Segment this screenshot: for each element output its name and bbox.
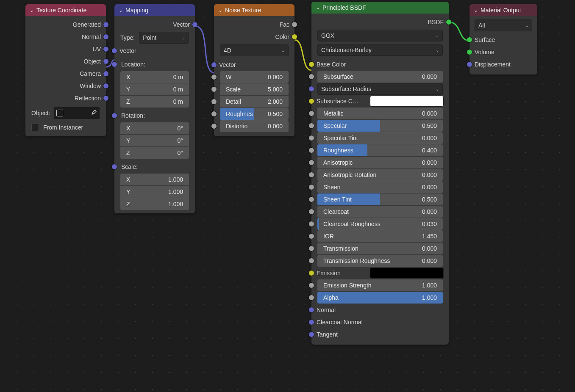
node-texture-coordinate[interactable]: ⌄ Texture Coordinate Generated Normal UV… — [25, 4, 106, 136]
scale-z[interactable]: Z1.000 — [120, 198, 189, 210]
node-material-output[interactable]: ⌄ Material Output All⌄ Surface Volume Di… — [469, 4, 537, 75]
specular-slider[interactable]: Specular0.500 — [317, 120, 443, 132]
socket-in-detail[interactable] — [211, 99, 217, 104]
sss-method-dropdown[interactable]: Christensen-Burley⌄ — [317, 44, 443, 56]
socket-in-rotation[interactable] — [112, 113, 117, 118]
socket-in-vector[interactable] — [112, 48, 117, 53]
socket-out-object[interactable] — [103, 59, 108, 64]
socket-in-alpha[interactable] — [309, 295, 314, 300]
clearcoat-slider[interactable]: Clearcoat0.000 — [317, 206, 443, 218]
eyedropper-icon[interactable] — [90, 110, 97, 116]
object-picker[interactable] — [53, 107, 100, 119]
socket-out-camera[interactable] — [103, 71, 108, 76]
node-header[interactable]: ⌄ Noise Texture — [214, 4, 294, 16]
distortion-field[interactable]: Distortio0.000 — [220, 120, 289, 132]
socket-in-normal[interactable] — [309, 307, 314, 312]
scale-field[interactable]: Scale5.000 — [220, 83, 289, 95]
socket-in-base-color[interactable] — [309, 62, 314, 67]
socket-out-color[interactable] — [292, 34, 297, 39]
dimensions-dropdown[interactable]: 4D⌄ — [220, 44, 289, 56]
specular-tint-slider[interactable]: Specular Tint0.000 — [317, 132, 443, 144]
roughness-slider[interactable]: Roughnes0.500 — [220, 108, 289, 120]
socket-in-distortion[interactable] — [211, 124, 217, 129]
clearcoat-roughness-slider[interactable]: Clearcoat Roughness0.030 — [317, 218, 443, 230]
socket-in-ior[interactable] — [309, 234, 314, 239]
aniso-rotation-slider[interactable]: Anisotropic Rotation0.000 — [317, 169, 443, 181]
socket-in-specular[interactable] — [309, 123, 314, 128]
transmission-roughness-slider[interactable]: Transmission Roughness0.000 — [317, 255, 443, 267]
socket-in-volume[interactable] — [467, 50, 472, 55]
node-header[interactable]: ⌄ Texture Coordinate — [25, 4, 106, 16]
socket-in-roughness[interactable] — [211, 111, 217, 116]
socket-in-transmission[interactable] — [309, 246, 314, 251]
location-z[interactable]: Z0 m — [120, 96, 189, 108]
rotation-z[interactable]: Z0° — [120, 147, 189, 159]
node-noise-texture[interactable]: ⌄ Noise Texture Fac Color 4D⌄ Vector W0.… — [214, 4, 294, 136]
from-instancer-checkbox[interactable] — [31, 124, 39, 131]
socket-in-subsurface[interactable] — [309, 74, 314, 79]
socket-in-specular-tint[interactable] — [309, 135, 314, 141]
socket-out-normal[interactable] — [103, 34, 108, 39]
metallic-slider[interactable]: Metallic0.000 — [317, 108, 443, 119]
socket-in-sss-radius[interactable] — [309, 86, 314, 91]
socket-in-clearcoat-roughness[interactable] — [309, 221, 314, 226]
detail-field[interactable]: Detail2.000 — [220, 96, 289, 108]
ior-field[interactable]: IOR1.450 — [317, 230, 443, 242]
scale-x[interactable]: X1.000 — [120, 174, 189, 185]
socket-in-w[interactable] — [211, 75, 217, 80]
sheen-slider[interactable]: Sheen0.000 — [317, 181, 443, 193]
sss-color-swatch[interactable] — [370, 96, 444, 107]
socket-out-fac[interactable] — [292, 22, 297, 27]
node-principled-bsdf[interactable]: ⌄ Principled BSDF BSDF GGX⌄ Christensen-… — [311, 2, 449, 345]
socket-in-sheen[interactable] — [309, 185, 314, 190]
socket-in-clearcoat-normal[interactable] — [309, 320, 314, 325]
socket-in-clearcoat[interactable] — [309, 209, 314, 214]
socket-in-transmission-roughness[interactable] — [309, 258, 314, 263]
node-header[interactable]: ⌄ Principled BSDF — [311, 2, 449, 14]
rotation-x[interactable]: X0° — [120, 122, 189, 134]
location-y[interactable]: Y0 m — [120, 83, 189, 95]
socket-in-vector[interactable] — [211, 62, 217, 67]
socket-in-sheen-tint[interactable] — [309, 197, 314, 202]
socket-out-generated[interactable] — [103, 22, 108, 27]
sheen-tint-slider[interactable]: Sheen Tint0.500 — [317, 193, 443, 205]
socket-out-vector[interactable] — [192, 22, 197, 27]
socket-in-emission[interactable] — [309, 271, 314, 276]
socket-in-emission-strength[interactable] — [309, 283, 314, 288]
sss-radius-dropdown[interactable]: Subsurface Radius⌄ — [317, 83, 443, 95]
socket-in-surface[interactable] — [467, 37, 472, 42]
output-object: Object — [84, 58, 101, 65]
socket-in-scale[interactable] — [112, 164, 117, 169]
socket-in-metallic[interactable] — [309, 111, 314, 116]
socket-out-reflection[interactable] — [103, 96, 108, 101]
socket-in-location[interactable] — [112, 62, 117, 67]
node-header[interactable]: ⌄ Mapping — [114, 4, 195, 16]
subsurface-slider[interactable]: Subsurface0.000 — [317, 71, 443, 83]
socket-in-roughness[interactable] — [309, 148, 314, 153]
roughness-slider[interactable]: Roughness0.400 — [317, 144, 443, 156]
target-dropdown[interactable]: All⌄ — [475, 19, 532, 31]
distribution-dropdown[interactable]: GGX⌄ — [317, 30, 443, 41]
emission-swatch[interactable] — [370, 268, 444, 279]
type-dropdown[interactable]: Point⌄ — [139, 32, 189, 44]
socket-in-displacement[interactable] — [467, 62, 472, 67]
transmission-slider[interactable]: Transmission0.000 — [317, 243, 443, 254]
socket-in-scale[interactable] — [211, 87, 217, 92]
w-field[interactable]: W0.000 — [220, 71, 289, 83]
socket-out-bsdf[interactable] — [446, 19, 451, 25]
scale-y[interactable]: Y1.000 — [120, 186, 189, 198]
anisotropic-slider[interactable]: Anisotropic0.000 — [317, 157, 443, 168]
node-header[interactable]: ⌄ Material Output — [469, 4, 537, 16]
socket-in-anisotropic[interactable] — [309, 160, 314, 165]
socket-in-sss-color[interactable] — [309, 99, 314, 104]
rotation-y[interactable]: Y0° — [120, 135, 189, 146]
chevron-down-icon: ⌄ — [436, 33, 439, 38]
node-mapping[interactable]: ⌄ Mapping Vector Type: Point⌄ Vector Loc… — [114, 4, 195, 213]
socket-in-anisotropic-rotation[interactable] — [309, 172, 314, 177]
socket-in-tangent[interactable] — [309, 332, 314, 337]
location-x[interactable]: X0 m — [120, 71, 189, 83]
alpha-slider[interactable]: Alpha1.000 — [317, 292, 443, 304]
emission-strength-field[interactable]: Emission Strength1.000 — [317, 279, 443, 291]
socket-out-window[interactable] — [103, 83, 108, 88]
socket-out-uv[interactable] — [103, 47, 108, 52]
